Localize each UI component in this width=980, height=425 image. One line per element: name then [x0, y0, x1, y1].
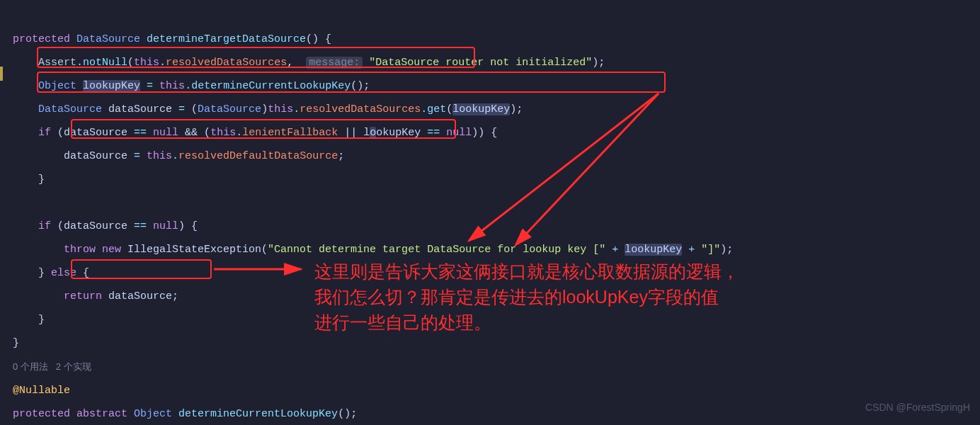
code-line: Assert.notNull(this.resolvedDataSources,… — [13, 57, 605, 69]
code-usage-hint[interactable]: 0 个用法 2 个实现 — [13, 361, 91, 372]
inlay-hint: message: — [306, 57, 363, 69]
code-line: if (dataSource == null) { — [13, 220, 198, 232]
code-line: dataSource = this.resolvedDefaultDataSou… — [13, 150, 344, 162]
code-line: } — [13, 314, 45, 326]
code-editor-viewport[interactable]: protected DataSource determineTargetData… — [0, 0, 980, 425]
code-line — [13, 197, 19, 209]
code-line: DataSource dataSource = (DataSource)this… — [13, 103, 523, 115]
code-line: } — [13, 337, 19, 349]
code-line: } else { — [13, 267, 89, 279]
code-line: protected abstract Object determineCurre… — [13, 408, 357, 420]
code-line: throw new IllegalStateException("Cannot … — [13, 244, 733, 256]
watermark: CSDN @ForestSpringH — [865, 396, 970, 419]
code-line: @Nullable — [13, 385, 70, 397]
code-line: if (dataSource == null && (this.lenientF… — [13, 127, 497, 139]
code-line: Object lookupKey = this.determineCurrent… — [13, 80, 370, 92]
code-line: } — [13, 174, 45, 186]
code-line: return dataSource; — [13, 290, 178, 302]
code-line: protected DataSource determineTargetData… — [13, 33, 331, 45]
